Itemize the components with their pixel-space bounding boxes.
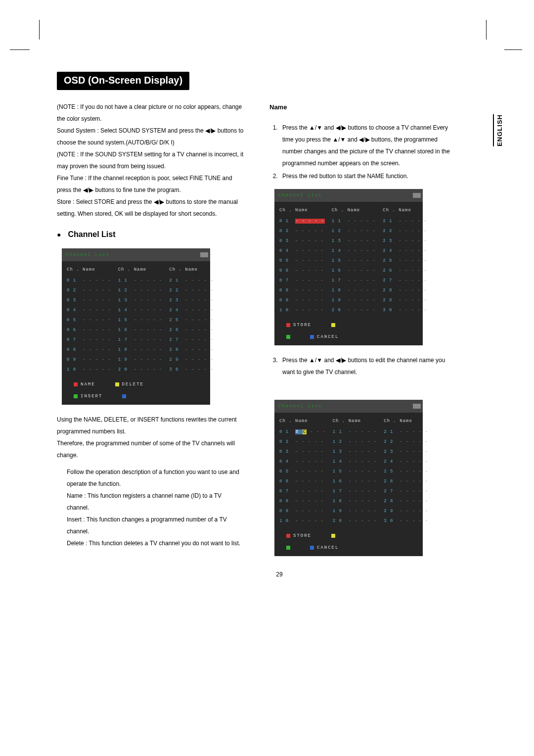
osd-channel-row: 0 4 - - - - - (279, 457, 326, 466)
osd-channel-row: 2 1 - - - - - (383, 217, 427, 226)
osd-channel-row: 2 9 - - - - - (384, 507, 428, 516)
osd-channel-row: 1 8 - - - - - (333, 497, 377, 506)
osd-channel-row: 1 9 - - - - - (332, 296, 376, 305)
blue-square-icon (122, 394, 126, 398)
osd-channel-row: 2 6 - - - - - (169, 326, 214, 334)
para-store: Store : Select STORE and press the ◀/▶ b… (57, 196, 245, 220)
osd-col-header: Ch . Name (383, 206, 427, 215)
osd-channel-row: 1 5 - - - - - (332, 256, 376, 265)
osd-col-header: Ch . Name (169, 265, 214, 274)
osd-channel-row: 3 0 - - - - - (384, 517, 428, 525)
page-number: 29 (57, 571, 502, 578)
ud-arrows-icon: ▲/▼ (309, 124, 322, 131)
osd-channel-row: 0 7 - - - - - (279, 487, 326, 496)
t: Press the (282, 124, 309, 131)
blue-square-icon (310, 335, 314, 339)
osd-channel-row: 2 1 - - - - - (169, 276, 214, 285)
osd-channel-row: 1 8 - - - - - (118, 345, 163, 354)
yellow-square-icon (331, 323, 335, 327)
osd-channel-row: 1 4 - - - - - (332, 246, 376, 255)
osd-channel-row: 2 3 - - - - - (384, 447, 428, 456)
para-sound: Sound System : Select SOUND SYSTEM and p… (57, 125, 245, 148)
osd-channel-row: 1 2 - - - - - (333, 437, 377, 446)
osd-channel-row: 0 4 - - - - - (279, 246, 325, 255)
osd-channel-row: 0 6 - - - - - (279, 266, 325, 275)
t: Store : Select STORE and press the (57, 198, 154, 205)
osd-channel-row: 1 0 - - - - - (279, 517, 326, 525)
osd-channel-row: 0 5 - - - - - (279, 256, 325, 265)
left-column: (NOTE : If you do not have a clear pictu… (57, 101, 245, 565)
osd-col-header: Ch . Name (118, 265, 163, 274)
t: CANCEL (317, 332, 339, 341)
osd-channel-row: 2 7 - - - - - (384, 487, 428, 496)
osd-channel-row: 0 9 - - - - - (279, 296, 325, 305)
t: and (322, 357, 336, 364)
osd-col-header: Ch . Name (332, 206, 376, 215)
para-7: Therefore, the programmed number of some… (57, 437, 245, 461)
osd-channel-row: 1 0 - - - - - (279, 306, 325, 315)
osd-channel-row: 2 7 - - - - - (169, 335, 214, 344)
osd-channel-row: 2 5 - - - - - (383, 256, 427, 265)
lr-arrows-icon: ◀/▶ (205, 127, 216, 134)
osd-tab-icon (200, 252, 208, 257)
legend-name: NAME (74, 380, 95, 389)
osd-channel-row: 0 7 - - - - - (67, 335, 111, 344)
osd-channel-row: 3 0 - - - - - (169, 365, 214, 374)
para-8: Follow the operation description of a fu… (57, 466, 245, 490)
t: buttons to fine tune the program. (93, 187, 181, 193)
osd-channel-row: 2 0 - - - - - (118, 365, 163, 374)
legend-blank (122, 392, 126, 401)
lr-arrows-icon: ◀/▶ (83, 187, 93, 193)
right-column: Name Press the ▲/▼ and ◀/▶ buttons to ch… (269, 101, 457, 565)
osd-channel-row: 0 5 - - - - - (67, 316, 111, 325)
osd-channel-row: 1 6 - - - - - (333, 477, 377, 486)
osd-channel-row: 1 1 - - - - - (332, 217, 376, 226)
osd-channel-list-2: Channel List Ch . Name0 1 - - - - -0 2 -… (274, 189, 423, 345)
para-9: Name : This function registers a channel… (57, 490, 245, 514)
step-3: Press the ▲/▼ and ◀/▶ buttons to edit th… (279, 354, 457, 378)
osd-col-header: Ch . Name (67, 265, 111, 274)
t: Sound System : Select SOUND SYSTEM and p… (57, 127, 205, 134)
osd-tab-icon (413, 193, 421, 198)
legend-blank (286, 332, 290, 341)
red-square-icon (74, 382, 78, 386)
para-10: Insert : This function changes a program… (57, 514, 245, 537)
osd-channel-row: 1 6 - - - - - (332, 266, 376, 275)
ud-arrows-icon: ▲/▼ (332, 136, 346, 143)
lr-arrows-icon: ◀/▶ (359, 136, 369, 143)
osd-channel-row: 2 5 - - - - - (169, 316, 214, 325)
yellow-square-icon (115, 382, 119, 386)
yellow-square-icon (331, 534, 335, 538)
osd-channel-row: 3 0 - - - - - (383, 306, 427, 315)
step-2: Press the red button to start the NAME f… (279, 170, 457, 182)
osd-channel-row: 1 1 - - - - - (118, 276, 163, 285)
t: NAME (81, 380, 95, 389)
para-6: Using the NAME, DELETE, or INSERT functi… (57, 414, 245, 437)
lr-arrows-icon: ◀/▶ (336, 124, 346, 131)
t: DELETE (122, 380, 144, 389)
osd-channel-row: 0 3 - - - - - (279, 236, 325, 245)
lr-arrows-icon: ◀/▶ (336, 357, 346, 364)
red-square-icon (286, 534, 290, 538)
legend-blank (331, 531, 335, 540)
legend-store: STORE (286, 321, 312, 330)
osd-channel-row: 2 8 - - - - - (169, 345, 214, 354)
osd-channel-row: 1 8 - - - - - (332, 286, 376, 295)
osd-tab-icon (413, 404, 421, 409)
t: and (322, 124, 336, 131)
legend-blank (331, 321, 335, 330)
osd-channel-row: 1 7 - - - - - (332, 276, 376, 285)
osd-channel-row: 1 7 - - - - - (333, 487, 377, 496)
blue-square-icon (310, 546, 314, 550)
osd-channel-row: 2 8 - - - - - (384, 497, 428, 506)
osd-channel-row: 2 2 - - - - - (383, 227, 427, 236)
legend-store: STORE (286, 531, 312, 540)
green-square-icon (286, 546, 290, 550)
osd-channel-row: 2 4 - - - - - (169, 306, 214, 315)
t: Press the (282, 357, 309, 364)
osd-channel-row: 0 8 - - - - - (67, 345, 111, 354)
osd-channel-row: 1 3 - - - - - (333, 447, 377, 456)
osd-channel-row: 0 1 - - - - - (67, 276, 111, 285)
osd-channel-row: 0 3 - - - - - (279, 447, 326, 456)
osd-channel-list-1: Channel List Ch . Name0 1 - - - - -0 2 -… (62, 248, 210, 405)
